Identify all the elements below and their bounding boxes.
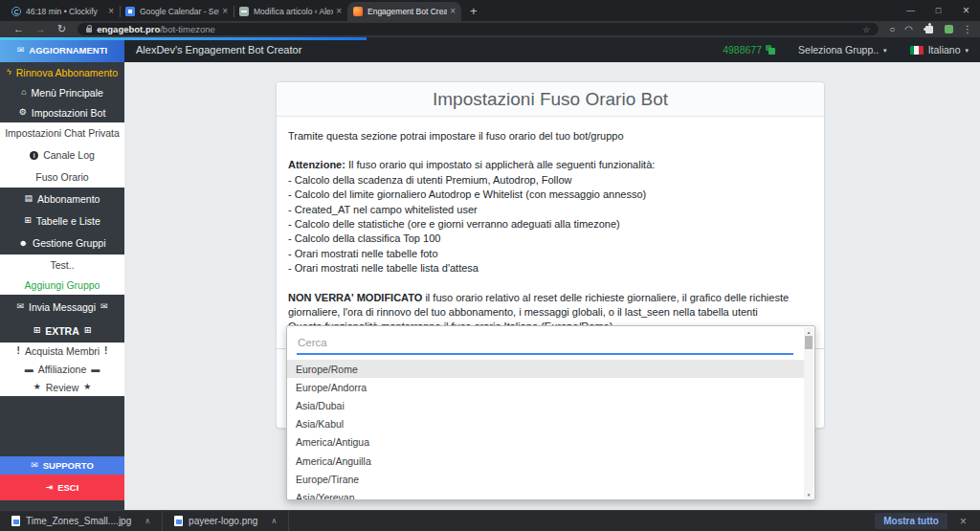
search-input[interactable] — [297, 334, 793, 355]
timezone-option[interactable]: Asia/Dubai — [287, 396, 804, 414]
card-body: Tramite questa sezione potrai impostare … — [277, 117, 824, 349]
timezone-option-selected[interactable]: Europe/Rome — [287, 360, 804, 378]
sidebar-item-abbonamento[interactable]: ▤ Abbonamento — [0, 188, 124, 210]
sidebar-item-review[interactable]: ★ Review ★ — [0, 378, 124, 396]
scroll-down-icon[interactable]: ▾ — [808, 490, 811, 498]
plus-box-icon: ⊞ — [84, 326, 92, 335]
sidebar-item-tabelle-e-liste[interactable]: ⊞ Tabelle e Liste — [0, 210, 124, 232]
feature-line: - Created_AT nel campo whitelisted user — [288, 203, 813, 217]
file-icon — [11, 516, 20, 526]
card-header: Impostazioni Fuso Orario Bot — [277, 82, 824, 117]
app-window: ✉ AGGIORNAMENTI ϟ Rinnova Abbonamento ⌂ … — [0, 37, 980, 510]
exclamation-icon: ! — [17, 346, 20, 356]
feature-line: - Calcolo del limite giornaliero Autodro… — [288, 188, 813, 202]
sidebar-submenu-extra: ! Acquista Membri ! ▬ Affiliazione ▬ ★ R… — [0, 343, 124, 396]
sidebar-submenu-impostazioni: Impostazioni Chat Privata i Canale Log F… — [0, 122, 124, 188]
tab-close-icon[interactable]: × — [336, 7, 342, 16]
screen: 46:18 min • Clockify × Google Calendar -… — [0, 0, 980, 531]
tab-close-icon[interactable]: × — [450, 7, 456, 16]
supporto-button[interactable]: ✉ SUPPORTO — [0, 456, 124, 475]
url-path-text: /bot-timezone — [160, 24, 215, 34]
chevron-up-icon[interactable]: ∧ — [145, 517, 150, 525]
timezone-option[interactable]: America/Antigua — [287, 433, 804, 452]
app-title: AlexDev's Engagement Bot Creator — [136, 44, 301, 55]
esci-button[interactable]: ⇥ ESCI — [0, 475, 124, 500]
language-selector[interactable]: Italiano ▾ — [910, 44, 969, 55]
esci-label: ESCI — [57, 482, 78, 493]
timezone-list: Europe/Rome Europe/Andorra Asia/Dubai As… — [287, 360, 814, 500]
tab-modifica-articolo[interactable]: Modifica articolo ‹ AlexDev.IT — × — [234, 2, 347, 21]
timezone-option[interactable]: America/Anguilla — [287, 452, 804, 470]
timezone-option[interactable]: Europe/Andorra — [287, 378, 804, 396]
money-note-icon: ▬ — [25, 365, 33, 374]
tab-title: 46:18 min • Clockify — [26, 7, 105, 16]
close-shelf-icon[interactable]: × — [960, 515, 967, 528]
extensions-puzzle-icon[interactable] — [925, 26, 933, 33]
address-bar[interactable]: engagebot.pro/bot-timezone ☆ — [78, 23, 879, 35]
sidebar-item-fuso-orario[interactable]: Fuso Orario — [0, 166, 124, 188]
green-extension-icon[interactable] — [945, 25, 953, 33]
minimize-button[interactable]: — — [897, 6, 924, 15]
maximize-button[interactable]: □ — [924, 6, 952, 15]
sidebar-item-impostazioni-chat-privata[interactable]: Impostazioni Chat Privata — [0, 122, 124, 144]
tab-clockify[interactable]: 46:18 min • Clockify × — [6, 2, 120, 21]
close-window-button[interactable]: × — [952, 4, 980, 17]
download-item-time-zones[interactable]: Time_Zones_Small....jpg ∧ — [0, 511, 163, 531]
lock-icon[interactable] — [86, 28, 92, 33]
sidebar-item-menu-principale[interactable]: ⌂ Menù Principale — [0, 82, 124, 102]
group-selector[interactable]: Seleziona Grupp.. ▾ — [798, 44, 887, 55]
tab-close-icon[interactable]: × — [222, 7, 228, 16]
show-all-downloads-button[interactable]: Mostra tutto — [875, 513, 947, 529]
sidebar: ✉ AGGIORNAMENTI ϟ Rinnova Abbonamento ⌂ … — [0, 37, 124, 510]
sidebar-item-impostazioni-bot[interactable]: ⚙ Impostazioni Bot — [0, 102, 124, 122]
bot-favicon-icon — [353, 7, 363, 16]
language-label: Italiano — [928, 44, 961, 55]
forward-icon[interactable]: → — [35, 24, 46, 34]
extension-circle-icon[interactable]: ○ — [889, 25, 895, 34]
browser-tab-strip: 46:18 min • Clockify × Google Calendar -… — [0, 0, 980, 21]
content-column: AlexDev's Engagement Bot Creator 4988677… — [124, 37, 980, 510]
timezone-option[interactable]: Asia/Yerevan — [287, 488, 804, 500]
page-loading-progress-bar — [0, 37, 367, 40]
sidebar-item-invia-messaggi[interactable]: ✉ Invia Messaggi ✉ — [0, 295, 124, 319]
profile-arc-icon[interactable]: ◠ — [904, 25, 913, 34]
logout-icon: ⇥ — [46, 483, 54, 492]
tab-close-icon[interactable]: × — [108, 7, 114, 16]
timezone-option[interactable]: Asia/Kabul — [287, 415, 804, 433]
sidebar-item-canale-log[interactable]: i Canale Log — [0, 144, 124, 166]
bookmark-star-icon[interactable]: ☆ — [862, 25, 870, 34]
sidebar-item-rinnova-abbonamento[interactable]: ϟ Rinnova Abbonamento — [0, 62, 124, 82]
sidebar-item-label: Invia Messaggi — [29, 301, 96, 313]
sidebar-item-test-group[interactable]: Test.. — [0, 254, 124, 275]
tab-google-calendar[interactable]: Google Calendar - Settimana de × — [120, 2, 234, 21]
browser-menu-icon[interactable]: ⋮ — [963, 24, 972, 34]
info-icon: i — [30, 151, 38, 160]
sidebar-item-gestione-gruppi[interactable]: ☻ Gestione Gruppi — [0, 232, 124, 254]
sidebar-item-affiliazione[interactable]: ▬ Affiliazione ▬ — [0, 361, 124, 379]
sidebar-item-aggiornamenti[interactable]: ✉ AGGIORNAMENTI — [0, 37, 124, 62]
sidebar-submenu-gruppi: Test.. Aggiungi Gruppo — [0, 254, 124, 295]
reload-icon[interactable]: ↻ — [57, 24, 66, 34]
star-icon: ★ — [33, 383, 41, 391]
chevron-down-icon: ▾ — [965, 47, 969, 54]
sidebar-item-extra[interactable]: ⊞ EXTRA ⊞ — [0, 319, 124, 343]
sidebar-bottom-pad — [0, 500, 124, 510]
chevron-down-icon: ▾ — [883, 47, 887, 54]
sidebar-item-label: Impostazioni Bot — [32, 107, 106, 119]
tab-engagement-bot-creator[interactable]: Engagement Bot Creator × — [347, 2, 461, 21]
scroll-up-icon[interactable]: ▴ — [808, 327, 811, 336]
sidebar-item-label: Aggiungi Gruppo — [25, 279, 100, 291]
plus-box-icon: ⊞ — [33, 326, 41, 335]
sidebar-item-acquista-membri[interactable]: ! Acquista Membri ! — [0, 343, 124, 361]
scrollbar-thumb[interactable] — [805, 336, 813, 349]
chevron-up-icon[interactable]: ∧ — [271, 517, 277, 525]
timezone-option[interactable]: Europe/Tirane — [287, 470, 804, 488]
shelf-right: Mostra tutto × — [875, 513, 980, 529]
sidebar-item-label: Impostazioni Chat Privata — [5, 127, 120, 139]
download-item-payeer-logo[interactable]: payeer-logo.png ∧ — [163, 511, 289, 531]
sidebar-spacer — [0, 396, 124, 456]
new-tab-button[interactable]: + — [470, 5, 478, 17]
dropdown-scrollbar[interactable]: ▴ ▾ — [804, 327, 813, 498]
sidebar-item-aggiungi-gruppo[interactable]: Aggiungi Gruppo — [0, 275, 124, 295]
back-icon[interactable]: ← — [13, 24, 24, 34]
